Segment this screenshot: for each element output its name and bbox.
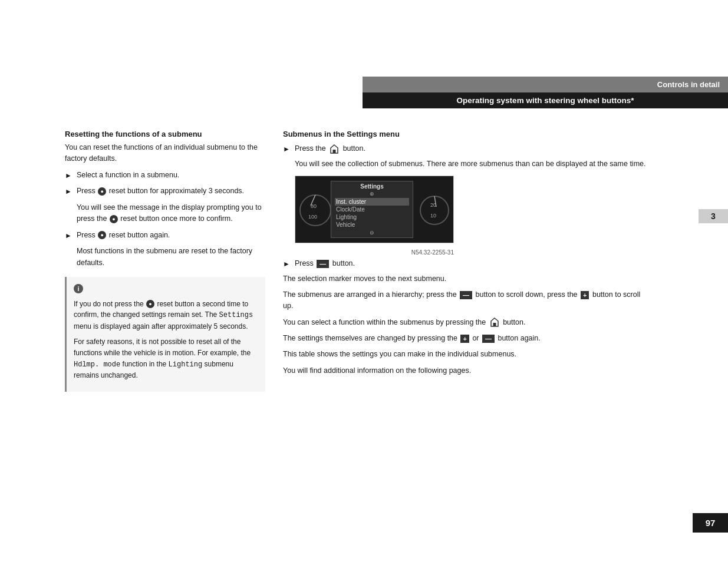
right-column: Submenus in the Settings menu ► Press th…	[283, 130, 648, 381]
right-para-change-settings: The settings themselves are changed by p…	[283, 333, 648, 344]
settings-button-icon-2	[489, 318, 500, 327]
bullet-press-reset-again-text: Press ● reset button again.	[77, 230, 265, 241]
controls-detail-bar: Controls in detail	[363, 77, 728, 92]
settings-image-container: 80 100 Settings ⊕ Inst. cluster Clock/Da…	[295, 176, 648, 256]
minus-button-icon-2: —	[460, 291, 472, 299]
info-para-1: If you do not press the ● reset button a…	[74, 299, 258, 332]
right-para-additional: You will find additional information on …	[283, 365, 648, 376]
image-caption: N54.32-2255-31	[295, 249, 454, 256]
arrow-icon-2: ►	[65, 186, 72, 197]
info-para-icon: i	[74, 283, 258, 294]
left-section-heading: Resetting the functions of a submenu	[65, 130, 265, 138]
minus-button-icon-1: —	[317, 260, 329, 268]
settings-menu-vehicle: Vehicle	[335, 221, 409, 229]
settings-screen-image: 80 100 Settings ⊕ Inst. cluster Clock/Da…	[295, 176, 454, 243]
bullet-press-reset-text: Press ● reset button for approximately 3…	[77, 186, 265, 197]
minus-button-icon-3: —	[482, 335, 495, 343]
reset-icon-3: ●	[98, 231, 106, 239]
arrow-icon-1: ►	[65, 170, 72, 181]
operating-system-bar: Operating system with steering wheel but…	[363, 92, 728, 108]
gauge-right: 20 10	[419, 176, 451, 243]
reset-icon-2: ●	[110, 215, 118, 223]
info-icon: i	[74, 284, 83, 293]
operating-system-text: Operating system with steering wheel but…	[457, 96, 634, 105]
settings-menu-clock: Clock/Date	[335, 206, 409, 213]
gauge-left: 80 100	[298, 176, 333, 243]
plus-button-icon-2: +	[460, 335, 469, 343]
hdlmp-code: Hdlmp. mode	[74, 361, 120, 369]
arrow-icon-r2: ►	[283, 259, 290, 270]
intro-text: You can reset the functions of an indivi…	[65, 142, 265, 165]
page-number-bottom: 97	[693, 513, 728, 533]
bullet-press-reset-again: ► Press ● reset button again.	[65, 230, 265, 242]
right-para-table: This table shows the settings you can ma…	[283, 349, 648, 360]
right-bullet-2: ► Press — button.	[283, 258, 648, 270]
right-bullet-1: ► Press the button.	[283, 143, 648, 155]
settings-button-icon	[329, 144, 340, 154]
right-bullet-1-text: Press the button.	[295, 143, 648, 154]
right-after-bullet1: You will see the collection of submenus.…	[295, 158, 648, 170]
lighting-code: Lighting	[169, 361, 203, 369]
svg-text:100: 100	[308, 214, 317, 220]
svg-rect-11	[493, 323, 496, 326]
settings-menu-lighting: Lighting	[335, 213, 409, 221]
settings-menu-inst-cluster: Inst. cluster	[335, 198, 409, 206]
svg-rect-1	[333, 150, 336, 153]
info-para-2: For safety reasons, it is not possible t…	[74, 336, 258, 381]
after-bullet3-text: Most functions in the submenu are reset …	[77, 246, 265, 269]
right-para-hierarchy: The submenus are arranged in a hierarchy…	[283, 289, 648, 312]
svg-point-2	[300, 195, 331, 226]
after-bullet2-text: You will see the message in the display …	[77, 202, 265, 225]
reset-icon-4: ●	[146, 300, 154, 308]
right-bullet-2-text: Press — button.	[295, 258, 648, 269]
gauge-left-svg: 80 100	[298, 176, 333, 243]
settings-menu-plus: ⊕	[335, 191, 409, 197]
right-after-bullet2: The selection marker moves to the next s…	[283, 273, 648, 285]
info-box: i If you do not press the ● reset button…	[65, 277, 265, 392]
header-section: Controls in detail Operating system with…	[363, 77, 728, 108]
settings-screen-inner: Settings ⊕ Inst. cluster Clock/Date Ligh…	[331, 181, 413, 238]
plus-button-icon-1: +	[581, 291, 589, 299]
gauge-right-svg: 20 10	[419, 176, 451, 243]
settings-menu-box: Settings ⊕ Inst. cluster Clock/Date Ligh…	[331, 181, 413, 238]
settings-code-1: Settings	[219, 311, 253, 319]
bullet-select-text: Select a function in a submenu.	[77, 170, 265, 181]
bullet-press-reset: ► Press ● reset button for approximately…	[65, 186, 265, 197]
reset-icon-1: ●	[98, 187, 106, 196]
right-para-select: You can select a function within the sub…	[283, 317, 648, 328]
svg-point-6	[420, 196, 449, 224]
page-number-top: 3	[699, 209, 728, 223]
submenus-heading: Submenus in the Settings menu	[283, 130, 648, 138]
svg-text:10: 10	[430, 213, 436, 219]
settings-menu-title: Settings	[335, 183, 409, 190]
bullet-select: ► Select a function in a submenu.	[65, 170, 265, 181]
left-column: Resetting the functions of a submenu You…	[65, 130, 265, 392]
settings-menu-minus: ⊖	[335, 230, 409, 236]
arrow-icon-3: ►	[65, 230, 72, 242]
controls-detail-text: Controls in detail	[657, 80, 720, 89]
arrow-icon-r1: ►	[283, 144, 290, 155]
